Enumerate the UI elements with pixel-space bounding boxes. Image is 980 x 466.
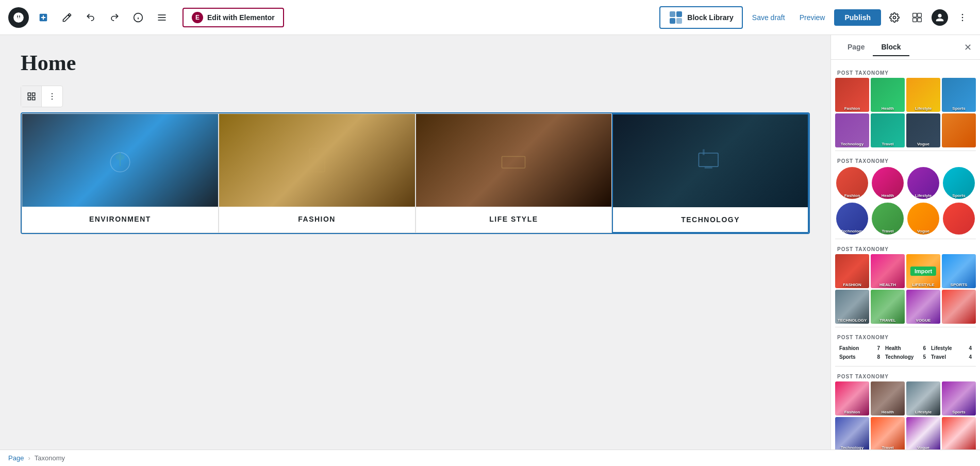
settings-button[interactable]	[885, 8, 904, 27]
taxonomy-cell-fashion-2[interactable]: Fashion	[836, 167, 868, 199]
redo-button[interactable]	[105, 8, 124, 27]
taxonomy-cell-travel-1[interactable]: Travel	[871, 113, 905, 147]
list-item-lifestyle: Lifestyle4	[929, 344, 974, 352]
taxonomy-cell-technology-1[interactable]: Technology	[835, 113, 869, 147]
right-sidebar: Page Block ✕ POST TAXONOMY Fashion Healt…	[830, 35, 980, 466]
import-button[interactable]: Import	[910, 267, 936, 276]
taxonomy-grid-3: FASHION HEALTH LIFESTYLE Import SPORTS T…	[835, 254, 976, 324]
block-options-button[interactable]	[42, 86, 62, 107]
avatar-button[interactable]	[931, 8, 949, 27]
elementor-icon: E	[192, 12, 203, 23]
sidebar-section-5: POST TAXONOMY Fashion Health Lifestyle S…	[835, 370, 976, 451]
page-title: Home	[21, 51, 810, 75]
category-image-lifestyle	[416, 114, 612, 207]
info-button[interactable]	[129, 8, 147, 27]
category-image-technology	[613, 114, 808, 207]
svg-rect-34	[502, 157, 525, 169]
list-item-health: Health6	[883, 344, 928, 352]
breadcrumb-current: Taxonomy	[35, 454, 65, 462]
taxonomy-cell-sports-2[interactable]: Sports	[943, 167, 975, 199]
wp-logo[interactable]: W	[8, 7, 29, 28]
taxonomy-grid-2: Fashion Health Lifestyle Sports Technolo…	[835, 166, 976, 236]
close-sidebar-button[interactable]: ✕	[964, 42, 972, 53]
taxonomy-cell-technology-3[interactable]: TECHNOLOGY	[835, 290, 869, 324]
taxonomy-cell-fashion-1[interactable]: Fashion	[835, 78, 869, 112]
category-label-fashion: FASHION	[219, 207, 415, 231]
tab-block[interactable]: Block	[873, 39, 909, 56]
svg-rect-12	[676, 11, 682, 17]
taxonomy-cell-misc-3[interactable]	[942, 290, 976, 324]
breadcrumb-page[interactable]: Page	[8, 454, 24, 462]
section-label-3: POST TAXONOMY	[835, 242, 976, 254]
svg-rect-36	[705, 167, 712, 169]
svg-point-22	[962, 20, 964, 21]
tools-button[interactable]	[58, 8, 76, 27]
svg-point-20	[962, 13, 964, 15]
publish-button[interactable]: Publish	[834, 9, 881, 26]
taxonomy-cell-fashion-3[interactable]: FASHION	[835, 254, 869, 288]
tab-page[interactable]: Page	[839, 39, 873, 56]
sidebar-section-2: POST TAXONOMY Fashion Health Lifestyle S…	[835, 154, 976, 236]
taxonomy-cell-lifestyle-1[interactable]: Lifestyle	[906, 78, 940, 112]
list-item-sports: Sports8	[837, 353, 882, 361]
category-item-environment[interactable]: ENVIRONMENT	[22, 113, 219, 233]
taxonomy-cell-technology-2[interactable]: Technology	[836, 203, 868, 235]
add-block-button[interactable]	[34, 8, 53, 27]
top-bar: W	[0, 0, 980, 35]
svg-rect-19	[918, 18, 922, 22]
taxonomy-cell-health-5[interactable]: Health	[871, 381, 905, 415]
taxonomy-cell-misc-1[interactable]	[942, 113, 976, 147]
svg-point-28	[52, 96, 53, 97]
category-item-fashion[interactable]: FASHION	[219, 113, 416, 233]
divider-3	[835, 327, 976, 327]
taxonomy-cell-health-3[interactable]: HEALTH	[871, 254, 905, 288]
category-label-technology: TECHNOLOGY	[613, 207, 808, 232]
svg-rect-25	[28, 97, 30, 100]
patterns-button[interactable]	[908, 8, 926, 27]
divider-4	[835, 366, 976, 367]
taxonomy-cell-sports-3[interactable]: SPORTS	[942, 254, 976, 288]
taxonomy-cell-technology-5[interactable]: Technology	[835, 417, 869, 451]
undo-button[interactable]	[81, 8, 100, 27]
category-label-lifestyle: LIFE STYLE	[416, 207, 612, 231]
breadcrumb-separator: ›	[28, 454, 30, 462]
taxonomy-cell-vogue-2[interactable]: Vogue	[907, 203, 939, 235]
taxonomy-cell-sports-5[interactable]: Sports	[942, 381, 976, 415]
taxonomy-cell-vogue-3[interactable]: VOGUE	[906, 290, 940, 324]
grid-view-button[interactable]	[21, 86, 42, 107]
taxonomy-cell-fashion-5[interactable]: Fashion	[835, 381, 869, 415]
list-view-button[interactable]	[153, 8, 171, 27]
svg-rect-11	[670, 11, 675, 17]
svg-rect-16	[913, 13, 917, 17]
taxonomy-cell-sports-1[interactable]: Sports	[942, 78, 976, 112]
list-item-travel: Travel4	[929, 353, 974, 361]
svg-text:W: W	[16, 14, 21, 20]
taxonomy-cell-health-1[interactable]: Health	[871, 78, 905, 112]
bottom-bar: Page › Taxonomy	[0, 450, 980, 466]
more-options-button[interactable]	[953, 8, 972, 27]
taxonomy-cell-lifestyle-2[interactable]: Lifestyle	[907, 167, 939, 199]
category-image-environment	[22, 114, 218, 207]
svg-rect-17	[918, 13, 922, 17]
save-draft-button[interactable]: Save draft	[747, 10, 790, 25]
category-item-lifestyle[interactable]: LIFE STYLE	[416, 113, 612, 233]
block-library-button[interactable]: Block Library	[659, 6, 742, 29]
taxonomy-cell-lifestyle-3[interactable]: LIFESTYLE Import	[906, 254, 940, 288]
block-toolbar	[21, 86, 63, 107]
category-item-technology[interactable]: TECHNOLOGY	[612, 113, 809, 233]
edit-with-elementor-button[interactable]: E Edit with Elementor	[182, 8, 284, 27]
taxonomy-cell-misc-5[interactable]	[942, 417, 976, 451]
taxonomy-cell-lifestyle-5[interactable]: Lifestyle	[906, 381, 940, 415]
taxonomy-cell-misc-2[interactable]	[943, 203, 975, 235]
preview-button[interactable]: Preview	[794, 10, 830, 25]
section-label-5: POST TAXONOMY	[835, 370, 976, 381]
taxonomy-cell-travel-3[interactable]: TRAVEL	[871, 290, 905, 324]
sidebar-section-4: POST TAXONOMY Fashion7 Health6 Lifestyle…	[835, 330, 976, 363]
svg-rect-13	[670, 18, 675, 24]
taxonomy-cell-vogue-5[interactable]: Vogue	[906, 417, 940, 451]
taxonomy-cell-vogue-1[interactable]: Vogue	[906, 113, 940, 147]
editor-area: Home	[0, 35, 830, 466]
taxonomy-cell-travel-2[interactable]: Travel	[872, 203, 904, 235]
taxonomy-cell-health-2[interactable]: Health	[872, 167, 904, 199]
taxonomy-cell-travel-5[interactable]: Travel	[871, 417, 905, 451]
